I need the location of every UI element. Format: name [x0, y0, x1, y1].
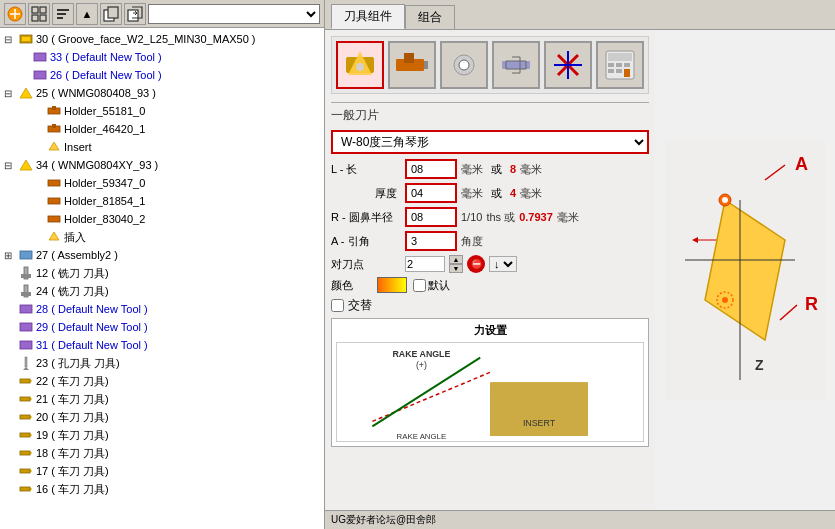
length-unit2: 毫米: [520, 162, 542, 177]
tip-spinner-up[interactable]: ▲: [449, 255, 463, 264]
list-item[interactable]: 19 ( 车刀 刀具): [0, 426, 324, 444]
list-item[interactable]: 33 ( Default New Tool ): [0, 48, 324, 66]
turn-icon: [18, 409, 34, 425]
tool-icon: [18, 301, 34, 317]
mill-icon: [18, 265, 34, 281]
holder-icon-btn[interactable]: [388, 41, 436, 89]
list-item[interactable]: 28 ( Default New Tool ): [0, 300, 324, 318]
item-label: Insert: [64, 141, 92, 153]
list-item[interactable]: 26 ( Default New Tool ): [0, 66, 324, 84]
svg-rect-46: [20, 469, 30, 473]
list-item[interactable]: 31 ( Default New Tool ): [0, 336, 324, 354]
length-field[interactable]: [405, 159, 457, 179]
turn-icon: [18, 427, 34, 443]
blade-type-dropdown[interactable]: W-80度三角琴形: [331, 130, 649, 154]
track-icon-btn[interactable]: [492, 41, 540, 89]
list-item[interactable]: ⊞ 27 ( Assembly2 ): [0, 246, 324, 264]
list-item[interactable]: 23 ( 孔刀具 刀具): [0, 354, 324, 372]
item-label: 26 ( Default New Tool ): [50, 69, 162, 81]
expand-icon[interactable]: ⊟: [4, 88, 18, 99]
list-item[interactable]: ⊟ 30 ( Groove_face_W2_L25_MIN30_MAX50 ): [0, 30, 324, 48]
expand-icon[interactable]: ⊞: [4, 250, 18, 261]
up-btn[interactable]: ▲: [76, 3, 98, 25]
svg-rect-9: [108, 7, 118, 18]
copy-btn[interactable]: [100, 3, 122, 25]
expand-icon[interactable]: ⊟: [4, 34, 18, 45]
list-item[interactable]: Insert: [0, 138, 324, 156]
svg-rect-61: [608, 53, 632, 61]
tree-area[interactable]: ⊟ 30 ( Groove_face_W2_L25_MIN30_MAX50 ) …: [0, 28, 324, 529]
tip-spinner-down[interactable]: ▼: [449, 264, 463, 273]
force-section: 力设置 RAKE ANGLE (+): [331, 318, 649, 447]
list-item[interactable]: 18 ( 车刀 刀具): [0, 444, 324, 462]
tab-tool-component[interactable]: 刀具组件: [331, 4, 405, 29]
mill-icon: [18, 283, 34, 299]
thickness-or: 或: [491, 186, 502, 201]
exchange-checkbox[interactable]: [331, 299, 344, 312]
calc-icon-btn[interactable]: [596, 41, 644, 89]
grid-btn[interactable]: [28, 3, 50, 25]
export-btn[interactable]: [124, 3, 146, 25]
insert-icon: [46, 229, 62, 245]
item-label: 34 ( WNMG0804XY_93 ): [36, 159, 158, 171]
list-item[interactable]: Holder_55181_0: [0, 102, 324, 120]
thickness-row: 厚度 毫米 或 4 毫米: [331, 183, 649, 203]
color-swatch[interactable]: [377, 277, 407, 293]
tool-icon-btn[interactable]: [4, 3, 26, 25]
stop-icon[interactable]: ⛔: [467, 255, 485, 273]
list-item[interactable]: ⊟ 34 ( WNMG0804XY_93 ): [0, 156, 324, 174]
tab-combination[interactable]: 组合: [405, 5, 455, 29]
tool-icon: [18, 85, 34, 101]
list-item[interactable]: 24 ( 铣刀 刀具): [0, 282, 324, 300]
thickness-input[interactable]: [411, 187, 451, 199]
tool-icon: [18, 157, 34, 173]
svg-rect-24: [48, 216, 60, 222]
radius-field[interactable]: [405, 207, 457, 227]
force-diagram: RAKE ANGLE (+) INSERT: [336, 342, 644, 442]
radius-input[interactable]: [411, 211, 451, 223]
tool-filter-dropdown[interactable]: [148, 4, 320, 24]
list-item[interactable]: ⊟ 25 ( WNMG080408_93 ): [0, 84, 324, 102]
tip-direction-select[interactable]: ↓: [489, 256, 517, 272]
list-item[interactable]: 20 ( 车刀 刀具): [0, 408, 324, 426]
svg-rect-36: [20, 379, 30, 383]
tip-spinner[interactable]: ▲ ▼: [449, 255, 463, 273]
list-item[interactable]: Holder_81854_1: [0, 192, 324, 210]
holder-icon: [46, 175, 62, 191]
svg-rect-17: [52, 106, 56, 110]
svg-marker-49: [30, 487, 32, 491]
default-checkbox[interactable]: [413, 279, 426, 292]
list-item[interactable]: 22 ( 车刀 刀具): [0, 372, 324, 390]
svg-marker-35: [23, 367, 29, 370]
param-icon-btn[interactable]: [544, 41, 592, 89]
svg-rect-7: [57, 17, 63, 19]
svg-rect-65: [608, 69, 614, 73]
list-item[interactable]: 12 ( 铣刀 刀具): [0, 264, 324, 282]
insert-icon-btn[interactable]: [440, 41, 488, 89]
holder-icon: [46, 211, 62, 227]
svg-rect-62: [608, 63, 614, 67]
list-item[interactable]: Holder_46420_1: [0, 120, 324, 138]
blade-type-icon-btn[interactable]: [336, 41, 384, 89]
list-item[interactable]: 21 ( 车刀 刀具): [0, 390, 324, 408]
item-label: 31 ( Default New Tool ): [36, 339, 148, 351]
list-item[interactable]: Holder_59347_0: [0, 174, 324, 192]
sort-btn[interactable]: [52, 3, 74, 25]
list-item[interactable]: 17 ( 车刀 刀具): [0, 462, 324, 480]
list-item[interactable]: Holder_83040_2: [0, 210, 324, 228]
expand-icon[interactable]: ⊟: [4, 160, 18, 171]
bottom-bar: UG爱好者论坛@田舍郎: [325, 510, 835, 529]
angle-field[interactable]: [405, 231, 457, 251]
right-panel: 刀具组件 组合: [325, 0, 835, 529]
thickness-field[interactable]: [405, 183, 457, 203]
svg-marker-43: [30, 433, 32, 437]
left-panel: ▲ ⊟: [0, 0, 325, 529]
list-item[interactable]: 29 ( Default New Tool ): [0, 318, 324, 336]
list-item[interactable]: 插入: [0, 228, 324, 246]
tip-input[interactable]: [405, 256, 445, 272]
angle-input[interactable]: [411, 235, 451, 247]
length-input[interactable]: [411, 163, 451, 175]
length-or: 或: [491, 162, 502, 177]
svg-marker-15: [20, 88, 32, 98]
list-item[interactable]: 16 ( 车刀 刀具): [0, 480, 324, 498]
